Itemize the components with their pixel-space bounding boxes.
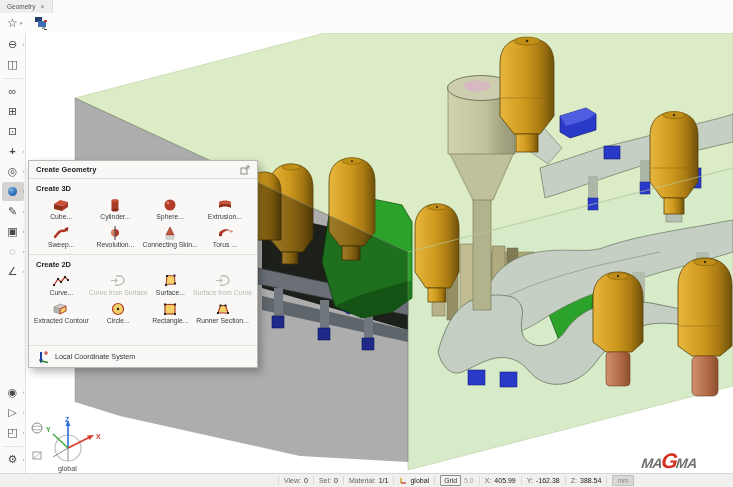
clipping-button[interactable]: ◫ — [2, 55, 24, 74]
snap-target-button[interactable]: ◎ › — [2, 162, 24, 181]
mouse-icon: ⊖ — [8, 39, 17, 50]
circle-button[interactable]: Circle... — [89, 298, 148, 326]
ribbon-toolbar: ☆ ▾ — [0, 13, 733, 34]
add-object-button[interactable]: ⊞ — [2, 102, 24, 121]
tab-geometry[interactable]: Geometry × — [0, 0, 53, 13]
runner-section-icon — [213, 300, 233, 317]
panel-header[interactable]: Create Geometry — [29, 161, 257, 179]
surface-from-curve-button: Surface from Curve — [193, 270, 252, 298]
local-cs-icon — [37, 350, 50, 364]
caret-icon: › — [23, 208, 25, 214]
caret-icon: › — [23, 389, 25, 395]
chill-block — [640, 182, 650, 194]
favorites-caret-icon[interactable]: ▾ — [20, 20, 23, 26]
coordinate-system-name: global — [58, 465, 77, 473]
cube-icon — [51, 196, 71, 213]
gear-icon: ⚙ — [8, 454, 18, 465]
visibility-button[interactable]: ◉ › — [2, 383, 24, 402]
surface-button[interactable]: Surface... — [148, 270, 193, 298]
cylinder-button[interactable]: Cylinder... — [88, 194, 142, 222]
local-coordinate-system-button[interactable]: Local Coordinate System — [29, 345, 257, 367]
status-selection: Sel:0 — [313, 476, 343, 485]
create-geometry-icon — [8, 187, 17, 196]
status-coordinate-system[interactable]: global — [393, 476, 434, 485]
add-object-icon: ⊞ — [8, 106, 17, 117]
measure-button[interactable]: ∠ › — [2, 262, 24, 281]
create-2d-label: Create 2D — [36, 260, 257, 269]
status-y-coordinate: Y:-162.38 — [521, 476, 565, 485]
selection-region-icon: ◌ — [9, 246, 16, 257]
favorites-star-icon[interactable]: ☆ — [7, 17, 18, 29]
surface-icon — [160, 272, 180, 289]
caret-icon: › — [23, 268, 25, 274]
chill-block — [500, 372, 517, 387]
undock-panel-icon[interactable] — [240, 165, 251, 175]
connecting-skin-button[interactable]: Connecting Skin... — [143, 222, 198, 250]
selection-region-button[interactable]: ◌ › — [2, 242, 24, 261]
curve-button[interactable]: Curve... — [34, 270, 89, 298]
modify-geometry-button[interactable]: ✎ › — [2, 202, 24, 221]
duplicate-button[interactable]: ▣ › — [2, 222, 24, 241]
grid-size-value[interactable]: 5.0 — [464, 477, 474, 484]
orientation-axes-widget[interactable]: Z X Y global — [26, 414, 106, 473]
pick-cursor-icon: ▷ — [8, 407, 16, 418]
tab-geometry-label: Geometry — [7, 3, 36, 10]
status-grid: Grid 5.0 — [434, 476, 479, 485]
clipping-icon: ◫ — [7, 59, 17, 70]
box-view-button[interactable]: ◰ › — [2, 423, 24, 442]
view-sphere-icon[interactable] — [32, 423, 42, 433]
torus-button[interactable]: Torus ... — [198, 222, 252, 250]
left-toolbar: ⊖ › ◫ ∞ ⊞ ⊡ + › ◎ › › ✎ › — [0, 33, 26, 473]
toolbar-separator — [3, 446, 23, 447]
extrusion-icon — [215, 196, 235, 213]
surface-from-curve-icon — [213, 272, 233, 289]
pouring-cup-top — [464, 81, 490, 92]
settings-button[interactable]: ⚙ › — [2, 450, 24, 469]
units-button[interactable]: mm — [612, 475, 633, 486]
x-axis-label: X — [96, 433, 101, 440]
link-icon: ∞ — [9, 86, 17, 97]
measure-icon: ∠ — [8, 266, 18, 277]
revolution-button[interactable]: Revolution... — [88, 222, 142, 250]
sphere-button[interactable]: Sphere... — [143, 194, 198, 222]
rectangle-button[interactable]: Rectangle... — [148, 298, 193, 326]
view-box-icon[interactable] — [33, 452, 41, 459]
sweep-button[interactable]: Sweep... — [34, 222, 88, 250]
create-3d-label: Create 3D — [36, 184, 257, 193]
snap-target-icon: ◎ — [8, 166, 18, 177]
create-geometry-panel: Create Geometry Create 3D Cube... — [28, 160, 258, 368]
cube-button[interactable]: Cube... — [34, 194, 88, 222]
create-geometry-button[interactable]: › — [2, 182, 24, 201]
mouse-mode-button[interactable]: ⊖ › — [2, 35, 24, 54]
pattern-object-button[interactable]: ⊡ — [2, 122, 24, 141]
x-axis — [68, 437, 90, 448]
caret-icon: › — [23, 409, 25, 415]
caret-icon: › — [23, 248, 25, 254]
z-axis-label: Z — [65, 416, 70, 423]
cs-axes-icon — [399, 477, 407, 485]
logo-right: MA — [675, 456, 697, 470]
runner-section-button[interactable]: Runner Section... — [193, 298, 252, 326]
modify-geometry-icon: ✎ — [8, 206, 17, 217]
caret-icon: › — [23, 148, 25, 154]
status-units: mm — [606, 476, 638, 485]
create-3d-grid: Cube... Cylinder... Sphere... — [29, 194, 257, 250]
status-material: Material:1/1 — [343, 476, 394, 485]
extrusion-button[interactable]: Extrusion... — [198, 194, 252, 222]
pattern-object-icon: ⊡ — [8, 126, 17, 137]
create-2d-grid: Curve... Curve from Surface Surface... — [29, 270, 257, 326]
caret-icon: › — [23, 228, 25, 234]
pick-cursor-button[interactable]: ▷ › — [2, 403, 24, 422]
sweep-icon — [51, 224, 71, 241]
grid-toggle-button[interactable]: Grid — [440, 475, 461, 486]
transform-button[interactable]: + › — [2, 142, 24, 161]
import-geometry-icon[interactable] — [34, 16, 49, 30]
caret-icon: › — [23, 188, 25, 194]
link-button[interactable]: ∞ — [2, 82, 24, 101]
chill-block — [468, 370, 485, 385]
torus-icon — [215, 224, 235, 241]
tab-close-icon[interactable]: × — [41, 3, 45, 10]
curve-from-surface-button: Curve from Surface — [89, 270, 148, 298]
extracted-contour-button[interactable]: Extracted Contour — [34, 298, 89, 326]
connecting-skin-icon — [160, 224, 180, 241]
